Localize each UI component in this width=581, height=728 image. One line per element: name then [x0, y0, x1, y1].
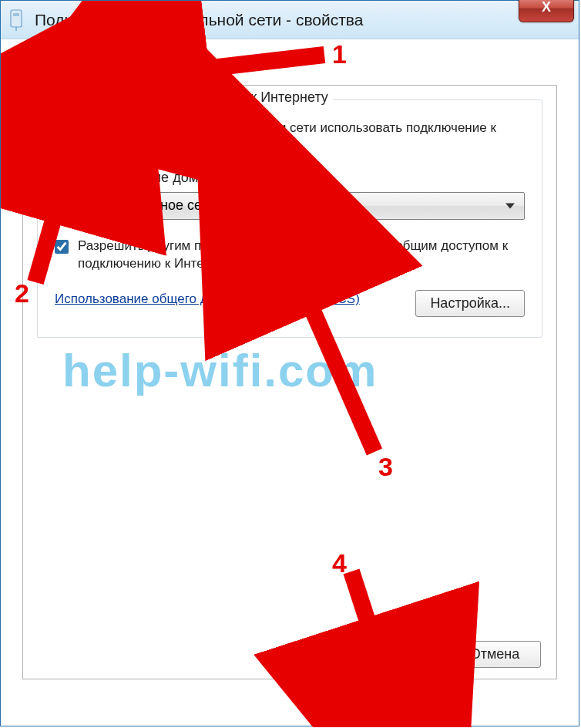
svg-rect-2 [13, 13, 19, 16]
svg-rect-0 [11, 10, 22, 27]
titlebar: Подключение по локальной сети - свойства… [1, 1, 579, 39]
ok-button[interactable]: OK [344, 641, 436, 668]
group-legend: Общий доступ к подключению к Интернету [47, 89, 333, 106]
annotation-number-1: 1 [332, 39, 347, 69]
link-settings-row: Использование общего доступа к Интернету… [55, 290, 525, 317]
annotation-number-4: 4 [332, 548, 347, 578]
dropdown-home-connection[interactable]: Беспроводное сетевое соединение 3 [81, 192, 525, 220]
home-connection-area: Подключение домашней сети: Беспроводное … [81, 170, 525, 220]
dialog-button-row: OK Отмена [344, 641, 541, 668]
group-internet-sharing: Общий доступ к подключению к Интернету Р… [37, 99, 542, 338]
checkbox-allow-share[interactable] [55, 122, 69, 136]
dropdown-value: Беспроводное сетевое соединение 3 [91, 197, 330, 214]
link-ics-help[interactable]: Использование общего доступа к Интернету… [55, 290, 401, 308]
label-home-connection: Подключение домашней сети: [81, 170, 525, 186]
label-allow-share: Разрешить другим пользователям сети испо… [78, 119, 525, 156]
tab-page-access: Общий доступ к подключению к Интернету Р… [22, 86, 557, 679]
close-button[interactable]: X [519, 0, 574, 22]
row-allow-share: Разрешить другим пользователям сети испо… [55, 119, 525, 156]
network-adapter-icon [8, 8, 25, 32]
window-title: Подключение по локальной сети - свойства [35, 11, 363, 29]
cancel-button[interactable]: Отмена [448, 641, 541, 668]
checkbox-allow-control[interactable] [55, 240, 69, 254]
annotation-number-2: 2 [15, 278, 29, 308]
label-allow-control: Разрешить другим пользователям сети упра… [78, 237, 525, 274]
annotation-number-3: 3 [378, 452, 393, 482]
tab-strip: Сеть Доступ [22, 55, 557, 86]
tab-network[interactable]: Сеть [22, 61, 82, 86]
row-allow-control: Разрешить другим пользователям сети упра… [55, 237, 525, 274]
dialog-body: Сеть Доступ Общий доступ к подключению к… [1, 39, 579, 726]
tab-access[interactable]: Доступ [84, 59, 159, 86]
properties-dialog: Подключение по локальной сети - свойства… [0, 0, 579, 726]
chevron-down-icon [505, 203, 515, 208]
settings-button[interactable]: Настройка... [415, 290, 525, 317]
